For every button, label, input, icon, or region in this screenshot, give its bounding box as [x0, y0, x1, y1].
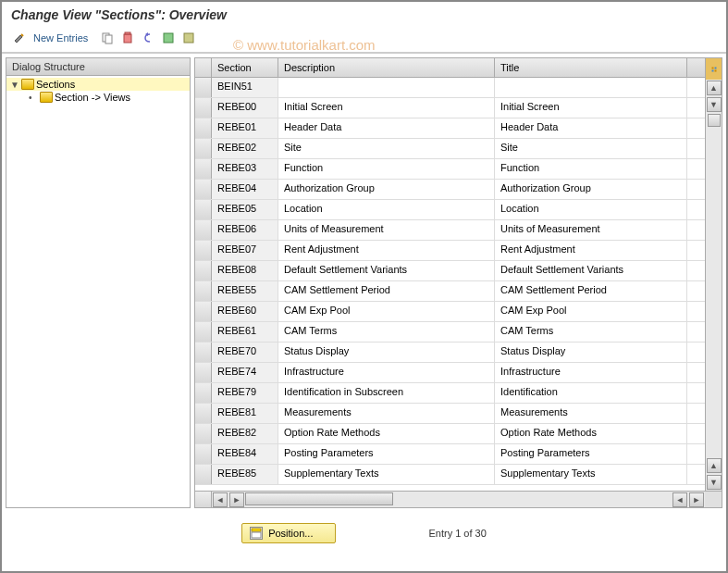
scroll-left-icon[interactable]: ◄	[672, 492, 687, 507]
row-handle[interactable]	[195, 78, 212, 97]
new-entries-button[interactable]: New Entries	[33, 32, 88, 44]
cell-title[interactable]: Default Settlement Variants	[495, 261, 687, 280]
cell-section[interactable]: REBE82	[212, 424, 278, 443]
cell-title[interactable]: Option Rate Methods	[495, 424, 687, 443]
cell-title[interactable]: Supplementary Texts	[495, 465, 687, 484]
cell-description[interactable]: Measurements	[278, 404, 495, 423]
cell-section[interactable]: REBE60	[212, 302, 278, 321]
cell-description[interactable]	[278, 78, 495, 97]
cell-section[interactable]: REBE61	[212, 322, 278, 342]
row-handle[interactable]	[195, 98, 212, 118]
scroll-right-icon[interactable]: ►	[229, 492, 244, 507]
cell-description[interactable]: Authorization Group	[278, 180, 495, 199]
row-handle[interactable]	[195, 383, 212, 403]
row-handle[interactable]	[195, 159, 212, 179]
undo-icon[interactable]	[140, 30, 156, 46]
cell-section[interactable]: REBE74	[212, 363, 278, 382]
table-config-icon[interactable]	[706, 58, 722, 80]
cell-description[interactable]: CAM Settlement Period	[278, 281, 495, 301]
row-handle[interactable]	[195, 281, 212, 301]
cell-description[interactable]: Rent Adjustment	[278, 241, 495, 260]
cell-title[interactable]	[495, 78, 687, 97]
cell-description[interactable]: Option Rate Methods	[278, 424, 495, 443]
row-handle[interactable]	[195, 139, 212, 158]
column-header-section[interactable]: Section	[212, 58, 278, 77]
cell-section[interactable]: REBE02	[212, 139, 278, 158]
deselect-all-icon[interactable]	[180, 30, 197, 46]
table-row[interactable]: REBE04Authorization GroupAuthorization G…	[195, 180, 705, 200]
table-row[interactable]: REBE08Default Settlement VariantsDefault…	[195, 261, 705, 281]
cell-title[interactable]: CAM Terms	[495, 322, 687, 342]
row-handle[interactable]	[195, 322, 212, 342]
cell-description[interactable]: Function	[278, 159, 495, 179]
tree-item-sections[interactable]: ▼ Sections	[6, 78, 190, 91]
table-row[interactable]: REBE06Units of MeasurementUnits of Measu…	[195, 220, 705, 241]
cell-description[interactable]: Posting Parameters	[278, 444, 495, 464]
cell-description[interactable]: Site	[278, 139, 495, 158]
cell-title[interactable]: Location	[495, 200, 687, 219]
vertical-scrollbar[interactable]: ▲ ▼ ▲ ▼	[705, 58, 722, 491]
cell-title[interactable]: Function	[495, 159, 687, 179]
cell-title[interactable]: Site	[495, 139, 687, 158]
tree-item-section-views[interactable]: • Section -> Views	[6, 91, 190, 104]
cell-title[interactable]: CAM Settlement Period	[495, 281, 687, 301]
scroll-up-icon[interactable]: ▲	[707, 458, 722, 473]
row-handle[interactable]	[195, 220, 212, 240]
cell-title[interactable]: Posting Parameters	[495, 444, 687, 464]
table-row[interactable]: REBE03FunctionFunction	[195, 159, 705, 180]
horizontal-scrollbar[interactable]: ◄ ► ◄ ►	[195, 491, 722, 507]
table-row[interactable]: REBE82Option Rate MethodsOption Rate Met…	[195, 424, 705, 444]
cell-section[interactable]: REBE70	[212, 343, 278, 362]
row-handle[interactable]	[195, 118, 212, 138]
table-row[interactable]: REBE70Status DisplayStatus Display	[195, 343, 705, 363]
row-handle[interactable]	[195, 444, 212, 464]
cell-section[interactable]: REBE85	[212, 465, 278, 484]
cell-title[interactable]: Status Display	[495, 343, 687, 362]
cell-title[interactable]: Identification	[495, 383, 687, 403]
delete-icon[interactable]	[119, 30, 136, 46]
cell-section[interactable]: REBE79	[212, 383, 278, 403]
row-handle[interactable]	[195, 343, 212, 362]
row-handle[interactable]	[195, 363, 212, 382]
row-handle[interactable]	[195, 261, 212, 280]
row-handle[interactable]	[195, 180, 212, 199]
table-row[interactable]: REBE74InfrastructureInfrastructure	[195, 363, 705, 383]
cell-section[interactable]: REBE04	[212, 180, 278, 199]
table-row[interactable]: BEIN51	[195, 78, 705, 98]
table-row[interactable]: REBE07Rent AdjustmentRent Adjustment	[195, 241, 705, 261]
cell-section[interactable]: REBE01	[212, 118, 278, 138]
cell-section[interactable]: REBE00	[212, 98, 278, 118]
cell-section[interactable]: REBE07	[212, 241, 278, 260]
hscroll-thumb[interactable]	[245, 492, 393, 505]
cell-section[interactable]: REBE08	[212, 261, 278, 280]
cell-description[interactable]: Supplementary Texts	[278, 465, 495, 484]
row-handle[interactable]	[195, 424, 212, 443]
select-all-icon[interactable]	[160, 30, 177, 46]
cell-section[interactable]: REBE05	[212, 200, 278, 219]
cell-title[interactable]: Header Data	[495, 118, 687, 138]
scroll-up-icon[interactable]: ▲	[707, 81, 722, 95]
table-row[interactable]: REBE01Header DataHeader Data	[195, 118, 705, 139]
scroll-down-icon[interactable]: ▼	[707, 97, 722, 112]
tree-expand-icon[interactable]: ▼	[10, 80, 19, 90]
cell-description[interactable]: Header Data	[278, 118, 495, 138]
cell-description[interactable]: Infrastructure	[278, 363, 495, 382]
cell-title[interactable]: Authorization Group	[495, 180, 687, 199]
cell-description[interactable]: Status Display	[278, 343, 495, 362]
scroll-down-icon[interactable]: ▼	[707, 475, 722, 490]
cell-section[interactable]: REBE55	[212, 281, 278, 301]
cell-section[interactable]: REBE84	[212, 444, 278, 464]
cell-description[interactable]: CAM Terms	[278, 322, 495, 342]
table-row[interactable]: REBE61CAM TermsCAM Terms	[195, 322, 705, 343]
column-header-description[interactable]: Description	[278, 58, 495, 77]
scroll-left-icon[interactable]: ◄	[213, 492, 228, 507]
row-selector-header[interactable]	[195, 58, 212, 77]
position-button[interactable]: Position...	[241, 523, 336, 543]
cell-section[interactable]: REBE03	[212, 159, 278, 179]
table-row[interactable]: REBE60CAM Exp PoolCAM Exp Pool	[195, 302, 705, 322]
cell-section[interactable]: REBE06	[212, 220, 278, 240]
cell-section[interactable]: BEIN51	[212, 78, 278, 97]
cell-title[interactable]: Rent Adjustment	[495, 241, 687, 260]
cell-description[interactable]: Units of Measurement	[278, 220, 495, 240]
cell-title[interactable]: Units of Measurement	[495, 220, 687, 240]
